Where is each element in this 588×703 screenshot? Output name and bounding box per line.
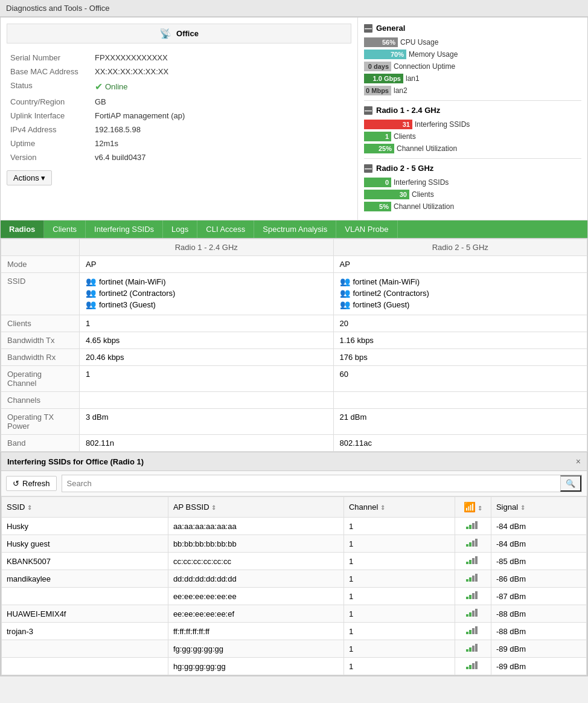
signal-bars-sort-icon[interactable]: ⇕ <box>478 505 482 512</box>
tabs-container: RadiosClientsInterfering SSIDsLogsCLI Ac… <box>1 220 398 238</box>
version-value: v6.4 build0437 <box>91 150 351 164</box>
row-col1: 802.11n <box>80 435 334 452</box>
general-collapse-btn[interactable]: — <box>364 24 372 33</box>
signal-bar-3 <box>472 558 475 564</box>
status-label: Status <box>7 79 91 95</box>
tab-interfering[interactable]: Interfering SSIDs <box>86 220 163 238</box>
tab-clients[interactable]: Clients <box>44 220 86 238</box>
signal-bar-4 <box>475 591 478 599</box>
tab-cli[interactable]: CLI Access <box>197 220 254 238</box>
row-col1: 1 <box>80 366 334 392</box>
signal-bars-visual <box>466 644 478 652</box>
row-col2: 60 <box>333 366 587 392</box>
stat-label: CPU Usage <box>400 38 438 47</box>
stat-label: Memory Usage <box>409 50 458 59</box>
signal-sort-icon[interactable]: ⇕ <box>520 504 525 511</box>
stat-bar: 25% <box>364 144 394 153</box>
table-row: ModeAPAP <box>1 256 587 273</box>
signal-bar-2 <box>469 542 471 547</box>
row-col2 <box>333 392 587 409</box>
stat-bar: 1.0 Gbps <box>364 74 403 83</box>
row-col2: AP <box>333 256 587 273</box>
row-col1-ssids: 👥fortinet (Main-WiFi)👥fortinet2 (Contrac… <box>80 273 334 315</box>
status-text: Online <box>105 82 128 91</box>
int-signal-bars <box>455 640 491 658</box>
ssid-icon: 👥 <box>340 288 350 298</box>
int-signal-bars <box>455 658 491 675</box>
int-ssid <box>2 588 168 605</box>
interfering-header: Interfering SSIDs for Office (Radio 1) × <box>1 452 587 471</box>
signal-bar-1 <box>466 562 468 564</box>
status-value: ✔ Online <box>95 81 348 92</box>
tab-spectrum[interactable]: Spectrum Analysis <box>254 220 336 238</box>
stat-bar: 56% <box>364 37 398 47</box>
signal-bar-3 <box>472 576 475 582</box>
ap-header: 📡 Office <box>7 24 351 43</box>
signal-bar-4 <box>475 609 478 617</box>
tab-vlan[interactable]: VLAN Probe <box>336 220 397 238</box>
signal-bars-visual <box>466 556 478 564</box>
row-label: Mode <box>1 256 80 273</box>
general-header: — General <box>364 24 581 33</box>
signal-bar-1 <box>466 544 468 547</box>
interfering-table: SSID ⇕ AP BSSID ⇕ Channel ⇕ 📶 ⇕ Signal ⇕… <box>1 496 587 675</box>
signal-bars-visual <box>466 661 478 669</box>
interfering-close-btn[interactable]: × <box>576 457 581 466</box>
table-row: fg:gg:gg:gg:gg1-89 dBm <box>2 640 587 658</box>
col-signal-bars: 📶 ⇕ <box>455 497 491 518</box>
country-label: Country/Region <box>7 95 91 109</box>
int-signal-bars <box>455 553 491 570</box>
tab-radios[interactable]: Radios <box>1 220 44 238</box>
int-signal-value: -87 dBm <box>491 588 586 605</box>
ssid-item: 👥fortinet3 (Guest) <box>340 300 581 309</box>
ssid-name: fortinet3 (Guest) <box>353 300 410 309</box>
wifi-icon: 📡 <box>159 28 171 39</box>
actions-button[interactable]: Actions ▾ <box>7 170 52 185</box>
country-row: Country/Region GB <box>7 95 351 109</box>
row-label: Operating Channel <box>1 366 80 392</box>
general-section: — General 56% CPU Usage 70% Memory Usage… <box>364 24 581 95</box>
uptime-label: Uptime <box>7 136 91 150</box>
row-label: Clients <box>1 315 80 332</box>
radio1-collapse-btn[interactable]: — <box>364 106 372 115</box>
table-row: Clients120 <box>1 315 587 332</box>
int-signal-bars <box>455 588 491 605</box>
stat-label: Interfering SSIDs <box>394 178 449 187</box>
radio2-collapse-btn[interactable]: — <box>364 164 372 173</box>
table-row: mandikayleedd:dd:dd:dd:dd:dd1-86 dBm <box>2 570 587 588</box>
int-bssid: cc:cc:cc:cc:cc:cc <box>168 553 344 570</box>
channel-sort-icon[interactable]: ⇕ <box>380 504 385 511</box>
table-row: SSID👥fortinet (Main-WiFi)👥fortinet2 (Con… <box>1 273 587 315</box>
refresh-button[interactable]: ↺ Refresh <box>6 476 57 491</box>
signal-bar-2 <box>469 560 471 564</box>
row-col2: 802.11ac <box>333 435 587 452</box>
ap-name: Office <box>176 29 199 38</box>
ssid-icon: 👥 <box>86 288 96 298</box>
stat-bar: 5% <box>364 202 391 211</box>
table-row: HUAWEI-EMIX4fee:ee:ee:ee:ee:ef1-88 dBm <box>2 605 587 623</box>
signal-bars-visual <box>466 609 478 617</box>
signal-bars-visual <box>466 591 478 599</box>
general-stats: 56% CPU Usage 70% Memory Usage 0 days Co… <box>364 37 581 95</box>
signal-bar-1 <box>466 614 468 617</box>
version-label: Version <box>7 150 91 164</box>
base-mac-value: XX:XX:XX:XX:XX:XX <box>91 65 351 79</box>
signal-bar-3 <box>472 628 475 634</box>
search-button[interactable]: 🔍 <box>560 475 581 492</box>
int-signal-bars <box>455 535 491 553</box>
int-channel: 1 <box>344 535 455 553</box>
tab-logs[interactable]: Logs <box>163 220 197 238</box>
int-signal-value: -86 dBm <box>491 570 586 588</box>
ssid-sort-icon[interactable]: ⇕ <box>27 504 32 511</box>
country-value: GB <box>91 95 351 109</box>
int-signal-value: -88 dBm <box>491 623 586 640</box>
search-input[interactable] <box>62 477 560 490</box>
general-title: General <box>376 24 405 33</box>
int-signal-value: -88 dBm <box>491 605 586 623</box>
bssid-sort-icon[interactable]: ⇕ <box>211 504 216 511</box>
radio1-stats: 31 Interfering SSIDs 1 Clients 25% Chann… <box>364 120 581 153</box>
table-row: Channels <box>1 392 587 409</box>
radio1-title: Radio 1 - 2.4 GHz <box>376 106 440 115</box>
right-panel: — General 56% CPU Usage 70% Memory Usage… <box>358 18 587 220</box>
status-online-icon: ✔ <box>95 81 103 92</box>
